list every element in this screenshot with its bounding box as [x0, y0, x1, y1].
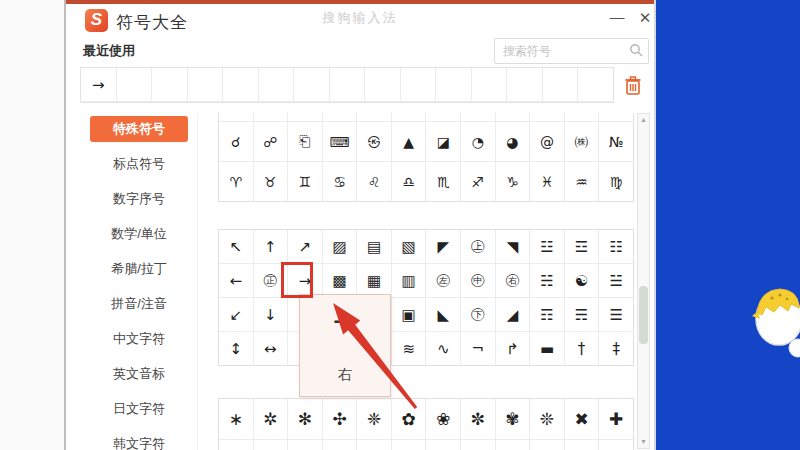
symbol-cell-empty[interactable]	[392, 113, 427, 121]
symbol-cell[interactable]: ▩	[323, 264, 358, 297]
symbol-cell-empty[interactable]	[259, 68, 295, 101]
symbol-cell[interactable]: ↖	[219, 230, 254, 263]
symbol-cell[interactable]: ◤	[426, 230, 461, 263]
symbol-cell-empty[interactable]	[357, 113, 392, 121]
symbol-cell[interactable]: ✼	[461, 399, 496, 439]
symbol-cell-empty[interactable]	[254, 440, 289, 450]
symbol-cell-empty[interactable]	[357, 440, 392, 450]
symbol-cell[interactable]: ∗	[219, 399, 254, 439]
symbol-cell[interactable]: @	[530, 122, 565, 161]
symbol-cell[interactable]: ∿	[426, 332, 461, 365]
symbol-cell-empty[interactable]	[426, 440, 461, 450]
symbol-cell[interactable]: ↗	[288, 230, 323, 263]
symbol-cell-empty[interactable]	[565, 113, 600, 121]
symbol-cell[interactable]: ☲	[565, 230, 600, 263]
symbol-cell-empty[interactable]	[323, 440, 358, 450]
symbol-cell[interactable]: ←	[219, 264, 254, 297]
symbol-cell[interactable]: ☍	[254, 122, 289, 161]
symbol-cell[interactable]: ♓	[530, 162, 565, 201]
symbol-cell-empty[interactable]	[578, 68, 613, 101]
symbol-cell[interactable]: ▣	[392, 298, 427, 331]
symbol-cell[interactable]: ↑	[254, 230, 289, 263]
symbol-cell[interactable]: ◢	[496, 298, 531, 331]
symbol-cell[interactable]: №	[599, 122, 633, 161]
symbol-cell-empty[interactable]	[117, 68, 153, 101]
sidebar-item[interactable]: 希腊/拉丁	[90, 256, 188, 282]
symbol-cell[interactable]: ♉	[254, 162, 289, 201]
symbol-cell[interactable]: ❈	[357, 399, 392, 439]
symbol-cell[interactable]: ▥	[392, 264, 427, 297]
symbol-cell-empty[interactable]	[599, 440, 633, 450]
symbol-cell[interactable]: ◪	[426, 122, 461, 161]
symbol-cell[interactable]: ◔	[461, 122, 496, 161]
symbol-cell-empty[interactable]	[543, 68, 579, 101]
symbol-cell[interactable]: ¬	[461, 332, 496, 365]
symbol-cell-empty[interactable]	[461, 440, 496, 450]
symbol-cell-empty[interactable]	[426, 113, 461, 121]
symbol-cell-empty[interactable]	[288, 440, 323, 450]
symbol-cell[interactable]: ✲	[254, 399, 289, 439]
sidebar-item-active[interactable]: 特殊符号	[90, 116, 188, 142]
symbol-cell[interactable]: ▲	[392, 122, 427, 161]
symbol-cell-empty[interactable]	[599, 113, 633, 121]
symbol-cell[interactable]: ≋	[392, 332, 427, 365]
symbol-cell[interactable]: ✖	[565, 399, 600, 439]
symbol-cell[interactable]: ♋	[323, 162, 358, 201]
close-button[interactable]: ✕	[634, 8, 656, 30]
symbol-cell-empty[interactable]	[496, 113, 531, 121]
sidebar-item[interactable]: 英文音标	[90, 361, 188, 387]
symbol-cell[interactable]: ☶	[530, 298, 565, 331]
symbol-cell-empty[interactable]	[152, 68, 188, 101]
symbol-cell-empty[interactable]	[219, 440, 254, 450]
symbol-cell-empty[interactable]	[254, 113, 289, 121]
symbol-cell[interactable]: ↕	[219, 332, 254, 365]
sidebar-item[interactable]: 拼音/注音	[90, 291, 188, 317]
symbol-cell-empty[interactable]	[219, 113, 254, 121]
symbol-cell[interactable]: ✣	[323, 399, 358, 439]
symbol-cell[interactable]: ◥	[496, 230, 531, 263]
symbol-cell[interactable]: ↱	[496, 332, 531, 365]
symbol-cell-empty[interactable]	[323, 113, 358, 121]
symbol-cell[interactable]: †	[565, 332, 600, 365]
symbol-cell[interactable]: ▬	[530, 332, 565, 365]
symbol-cell[interactable]: ♒	[565, 162, 600, 201]
symbol-cell[interactable]: ▨	[323, 230, 358, 263]
trash-icon[interactable]	[624, 76, 642, 95]
symbol-cell[interactable]: ♈	[219, 162, 254, 201]
minimize-button[interactable]: —	[606, 6, 628, 28]
symbol-cell[interactable]: ☰	[599, 298, 633, 331]
symbol-cell[interactable]: ◕	[496, 122, 531, 161]
symbol-cell[interactable]: ✚	[599, 399, 633, 439]
search-box[interactable]	[494, 38, 649, 64]
symbol-cell[interactable]: ☱	[599, 264, 633, 297]
symbol-cell[interactable]: ⌨	[323, 122, 358, 161]
symbol-cell[interactable]: ☵	[530, 264, 565, 297]
symbol-cell[interactable]: ㊤	[461, 230, 496, 263]
symbol-cell-empty[interactable]	[565, 440, 600, 450]
symbol-cell[interactable]: ♎	[392, 162, 427, 201]
symbol-cell[interactable]: ✿	[392, 399, 427, 439]
scroll-down-arrow-icon[interactable]: ▼	[638, 437, 649, 447]
symbol-cell-empty[interactable]	[365, 68, 401, 101]
symbol-cell[interactable]: ㊦	[461, 298, 496, 331]
symbol-cell[interactable]: ❀	[426, 399, 461, 439]
symbol-cell-empty[interactable]	[530, 440, 565, 450]
sidebar-item[interactable]: 日文字符	[90, 396, 188, 422]
symbol-cell[interactable]: ☌	[219, 122, 254, 161]
symbol-cell[interactable]: →	[81, 68, 117, 101]
symbol-cell[interactable]: ♍	[599, 162, 633, 201]
symbol-cell[interactable]: ☷	[599, 230, 633, 263]
symbol-cell-empty[interactable]	[288, 113, 323, 121]
symbol-cell[interactable]: ▤	[357, 230, 392, 263]
scrollbar-thumb[interactable]	[639, 286, 648, 344]
symbol-cell-empty[interactable]	[530, 113, 565, 121]
symbol-cell[interactable]: ㈱	[565, 122, 600, 161]
symbol-cell-empty[interactable]	[294, 68, 330, 101]
symbol-cell[interactable]: ✻	[288, 399, 323, 439]
symbol-cell[interactable]: ▧	[392, 230, 427, 263]
sidebar-item[interactable]: 数学/单位	[90, 221, 188, 247]
symbol-cell[interactable]: ☯	[565, 264, 600, 297]
symbol-cell[interactable]: ㉿	[357, 122, 392, 161]
symbol-cell[interactable]: ↙	[219, 298, 254, 331]
symbol-cell-empty[interactable]	[188, 68, 224, 101]
